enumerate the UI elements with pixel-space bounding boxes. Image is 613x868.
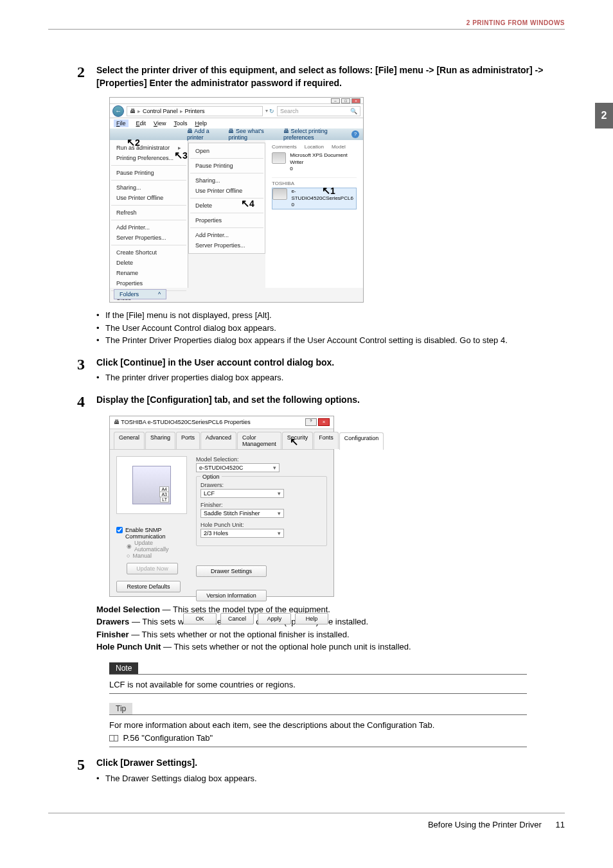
printer-status: 0 bbox=[290, 166, 357, 172]
ctx-properties[interactable]: Properties bbox=[110, 278, 188, 288]
minimize-button[interactable]: – bbox=[331, 98, 340, 103]
printer-drawing: A4 A3 LT bbox=[132, 466, 171, 504]
sub-sharing[interactable]: Sharing... bbox=[189, 175, 265, 186]
screenshot-printers-window: – □ × ← 🖶 ▸ Control Panel ▸ Printers ▾ ↻ bbox=[109, 97, 364, 303]
ok-button[interactable]: OK bbox=[183, 613, 217, 624]
sub-add-printer[interactable]: Add Printer... bbox=[189, 230, 265, 240]
printer-item[interactable]: Microsoft XPS Document Writer 0 bbox=[272, 152, 357, 172]
folders-toggle[interactable]: Folders^ bbox=[114, 289, 166, 299]
page-reference: P.56 "Configuration Tab" bbox=[121, 733, 213, 743]
step-title: Select the printer driver of this equipm… bbox=[96, 64, 565, 89]
menu-file[interactable]: File bbox=[114, 120, 129, 127]
tab-general[interactable]: General bbox=[114, 432, 145, 449]
help-button[interactable]: Help bbox=[295, 613, 328, 624]
back-button[interactable]: ← bbox=[112, 105, 124, 117]
drawer-settings-button[interactable]: Drawer Settings bbox=[196, 565, 267, 577]
submenu: Open Pause Printing Sharing... Use Print… bbox=[188, 143, 265, 254]
tab-advanced[interactable]: Advanced bbox=[200, 432, 236, 449]
menu-tools[interactable]: Tools bbox=[173, 120, 187, 127]
ctx-create-shortcut[interactable]: Create Shortcut bbox=[110, 247, 188, 258]
step-4: 4 Display the [Configuration] tab, and s… bbox=[77, 394, 565, 748]
note-text: LCF is not available for some countries … bbox=[109, 678, 565, 691]
step-number: 3 bbox=[77, 357, 96, 372]
restore-defaults-button[interactable]: Restore Defaults bbox=[116, 581, 181, 592]
col-comments[interactable]: Comments bbox=[272, 144, 297, 150]
book-icon bbox=[109, 735, 118, 741]
col-model[interactable]: Model bbox=[332, 144, 346, 150]
ctx-add-printer[interactable]: Add Printer... bbox=[110, 222, 188, 233]
tab-sharing[interactable]: Sharing bbox=[145, 432, 175, 449]
tab-color-management[interactable]: Color Management bbox=[237, 432, 281, 449]
ctx-sharing[interactable]: Sharing... bbox=[110, 182, 188, 193]
step-title: Click [Continue] in the User account con… bbox=[96, 357, 565, 369]
bullet-text: The printer driver properties dialog box… bbox=[105, 371, 283, 384]
hole-punch-label: Hole Punch Unit: bbox=[200, 522, 323, 528]
chapter-tab: 2 bbox=[595, 103, 613, 128]
update-now-button[interactable]: Update Now bbox=[127, 563, 178, 574]
version-info-button[interactable]: Version Information bbox=[196, 590, 267, 601]
path-icon: 🖶 bbox=[130, 108, 136, 114]
update-auto-radio[interactable]: ◉Update Automatically bbox=[127, 540, 187, 553]
sub-pause[interactable]: Pause Printing bbox=[189, 161, 265, 171]
menu-help[interactable]: Help bbox=[195, 120, 207, 127]
ctx-delete[interactable]: Delete bbox=[110, 258, 188, 268]
printer-icon bbox=[272, 188, 287, 200]
tab-fonts[interactable]: Fonts bbox=[314, 432, 339, 449]
drawer-label: LT bbox=[160, 497, 169, 502]
ctx-refresh[interactable]: Refresh bbox=[110, 208, 188, 218]
manual-radio[interactable]: ○Manual bbox=[127, 553, 187, 559]
close-button[interactable]: × bbox=[351, 98, 360, 103]
hole-punch-select[interactable]: 2/3 Holes bbox=[200, 529, 284, 538]
finisher-select[interactable]: Saddle Stitch Finisher bbox=[200, 509, 284, 518]
sub-delete[interactable]: Delete bbox=[189, 200, 265, 211]
printer-name: e-STUDIO4520CSeriesPCL6 bbox=[291, 188, 356, 202]
tab-ports[interactable]: Ports bbox=[176, 432, 200, 449]
toolbar-see-printing[interactable]: 🖶 See what's printing bbox=[228, 128, 277, 141]
dialog-title: TOSHIBA e-STUDIO4520CSeriesPCL6 Properti… bbox=[121, 419, 250, 425]
option-group: Option Drawers: LCF Finisher: Saddle Sti… bbox=[196, 476, 327, 546]
sub-properties[interactable]: Properties bbox=[189, 215, 265, 226]
menu-view[interactable]: View bbox=[154, 120, 166, 127]
ctx-rename[interactable]: Rename bbox=[110, 268, 188, 278]
toolbar-add-printer[interactable]: 🖶 Add a printer bbox=[187, 128, 222, 141]
tab-security[interactable]: Security bbox=[282, 432, 314, 449]
maximize-button[interactable]: □ bbox=[341, 98, 350, 103]
step-title: Click [Drawer Settings]. bbox=[96, 757, 565, 770]
menubar: File Edit View Tools Help bbox=[110, 118, 363, 128]
menu-edit[interactable]: Edit bbox=[136, 120, 147, 127]
step-number: 4 bbox=[77, 394, 96, 409]
breadcrumb-segment[interactable]: Control Panel bbox=[143, 108, 178, 114]
toolbar-select-prefs[interactable]: 🖶 Select printing preferences bbox=[283, 128, 350, 141]
step-3: 3 Click [Continue] in the User account c… bbox=[77, 357, 565, 384]
ctx-server-props[interactable]: Server Properties... bbox=[110, 233, 188, 243]
tab-configuration[interactable]: Configuration bbox=[339, 432, 384, 450]
screenshot-properties-dialog: 🖶 TOSHIBA e-STUDIO4520CSeriesPCL6 Proper… bbox=[109, 416, 334, 597]
model-selection-select[interactable]: e-STUDIO4520C bbox=[196, 463, 280, 472]
bullet-text: The Drawer Settings dialog box appears. bbox=[105, 772, 257, 785]
breadcrumb-path[interactable]: 🖶 ▸ Control Panel ▸ Printers bbox=[127, 106, 263, 116]
tab-strip: General Sharing Ports Advanced Color Man… bbox=[110, 429, 333, 450]
drawers-select[interactable]: LCF bbox=[200, 489, 284, 498]
step-number: 5 bbox=[77, 757, 96, 772]
note-label: Note bbox=[109, 662, 138, 674]
breadcrumb-segment[interactable]: Printers bbox=[185, 108, 205, 114]
sub-server-props[interactable]: Server Properties... bbox=[189, 240, 265, 251]
printer-item-selected[interactable]: e-STUDIO4520CSeriesPCL6 0 bbox=[272, 188, 357, 209]
apply-button[interactable]: Apply bbox=[258, 613, 291, 624]
ctx-use-offline[interactable]: Use Printer Offline bbox=[110, 193, 188, 203]
model-selection-label: Model Selection: bbox=[196, 456, 327, 463]
search-input[interactable]: Search 🔍 bbox=[277, 106, 360, 116]
enable-snmp-checkbox[interactable]: Enable SNMP Communication bbox=[116, 527, 187, 540]
ctx-run-as-admin[interactable]: Run as administrator bbox=[110, 143, 188, 153]
search-icon: 🔍 bbox=[350, 108, 357, 114]
sub-use-offline[interactable]: Use Printer Offline bbox=[189, 186, 265, 196]
sub-open[interactable]: Open bbox=[189, 146, 265, 156]
toolbar: 🖶 Add a printer 🖶 See what's printing 🖶 … bbox=[110, 128, 363, 140]
cancel-button[interactable]: Cancel bbox=[220, 613, 254, 624]
col-location[interactable]: Location bbox=[305, 144, 324, 150]
ctx-pause[interactable]: Pause Printing bbox=[110, 168, 188, 178]
help-button[interactable]: ? bbox=[305, 418, 317, 426]
search-placeholder: Search bbox=[280, 108, 299, 114]
ctx-printing-prefs[interactable]: Printing Preferences... bbox=[110, 153, 188, 163]
close-button[interactable]: × bbox=[318, 418, 330, 426]
